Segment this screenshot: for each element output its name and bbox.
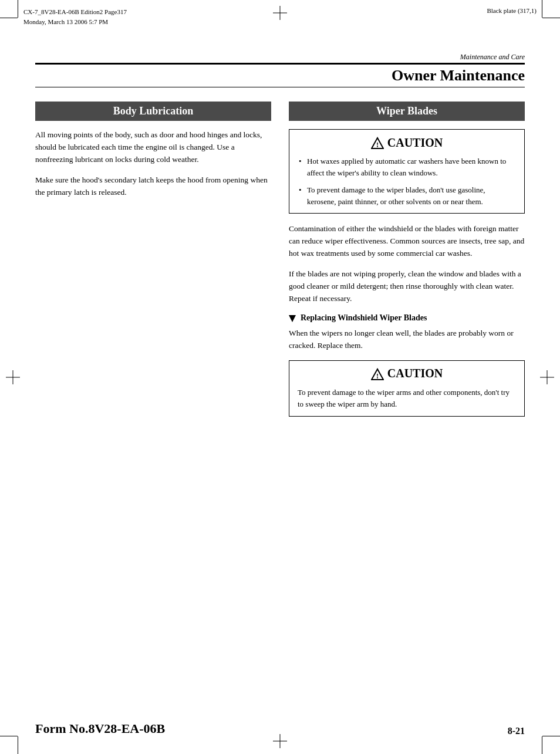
caution-label-2: CAUTION	[387, 367, 443, 380]
body-lubrication-heading: Body Lubrication	[35, 102, 271, 121]
svg-text:!: !	[376, 141, 379, 149]
svg-text:!: !	[376, 372, 379, 380]
page-footer: Form No.8V28-EA-06B 8-21	[35, 721, 525, 736]
wiper-blades-heading: Wiper Blades	[289, 102, 525, 121]
caution-text-2: To prevent damage to the wiper arms and …	[298, 387, 516, 410]
section-header: Maintenance and Care Owner Maintenance	[35, 53, 525, 87]
replacing-heading: Replacing Windshield Wiper Blades	[289, 313, 525, 323]
body-lubrication-para2: Make sure the hood's secondary latch kee…	[35, 174, 271, 199]
caution-box-1: ! CAUTION Hot waxes applied by automatic…	[289, 129, 525, 214]
wiper-para3: When the wipers no longer clean well, th…	[289, 327, 525, 352]
header-plate-text: Black plate (317,1)	[487, 7, 537, 14]
crosshair-right	[540, 370, 554, 384]
caution-item-1a: Hot waxes applied by automatic car washe…	[298, 155, 516, 178]
triangle-down-icon	[289, 313, 298, 323]
header-left-line1: CX-7_8V28-EA-06B Edition2 Page317	[23, 7, 127, 17]
section-subtitle: Maintenance and Care	[35, 53, 525, 62]
header-left-line2: Monday, March 13 2006 5:7 PM	[23, 17, 127, 27]
crosshair-left	[6, 370, 20, 384]
caution-title-2: ! CAUTION	[298, 367, 516, 381]
header-right: Black plate (317,1)	[487, 7, 537, 14]
two-column-layout: Body Lubrication All moving points of th…	[35, 102, 525, 426]
column-left: Body Lubrication All moving points of th…	[35, 102, 271, 426]
form-number: Form No.8V28-EA-06B	[35, 721, 165, 736]
caution-box-2: ! CAUTION To prevent damage to the wiper…	[289, 360, 525, 417]
caution-label-1: CAUTION	[387, 136, 443, 150]
caution-item-1b: To prevent damage to the wiper blades, d…	[298, 184, 516, 207]
wiper-para1: Contamination of either the windshield o…	[289, 223, 525, 260]
section-title: Owner Maintenance	[35, 63, 525, 87]
body-lubrication-para1: All moving points of the body, such as d…	[35, 129, 271, 166]
page-number: 8-21	[508, 726, 525, 736]
caution-triangle-icon-1: !	[371, 136, 384, 150]
header-left: CX-7_8V28-EA-06B Edition2 Page317 Monday…	[23, 7, 127, 26]
page: CX-7_8V28-EA-06B Edition2 Page317 Monday…	[0, 0, 560, 754]
content-area: Maintenance and Care Owner Maintenance B…	[35, 53, 525, 695]
caution-title-1: ! CAUTION	[298, 136, 516, 150]
wiper-para2: If the blades are not wiping properly, c…	[289, 268, 525, 305]
column-right: Wiper Blades ! CAUTION Hot waxes applied…	[289, 102, 525, 426]
replacing-label: Replacing Windshield Wiper Blades	[301, 313, 427, 323]
caution-triangle-icon-2: !	[371, 367, 384, 381]
svg-marker-2	[289, 315, 296, 322]
page-header: CX-7_8V28-EA-06B Edition2 Page317 Monday…	[23, 7, 537, 26]
